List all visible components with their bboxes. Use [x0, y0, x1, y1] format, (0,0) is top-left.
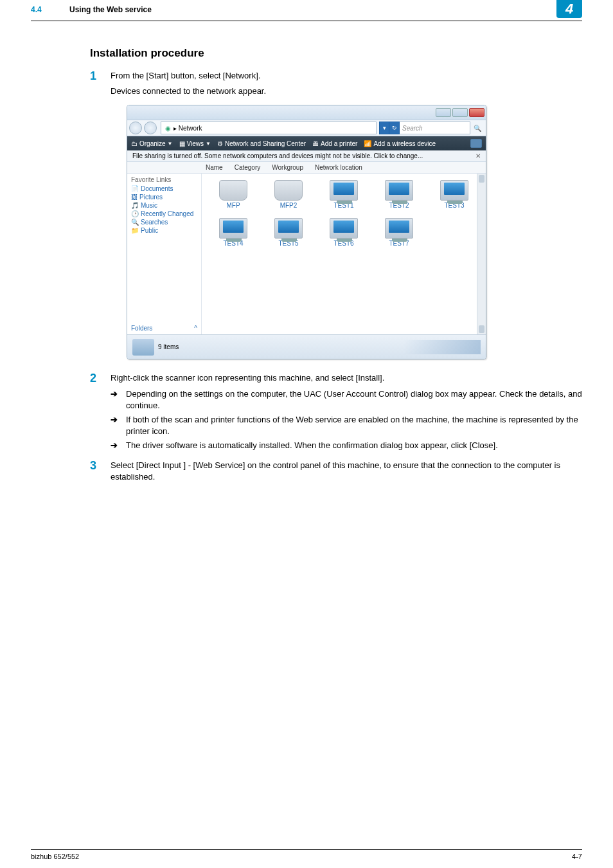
folder-icon: 📄: [131, 185, 139, 192]
music-icon: 🎵: [131, 202, 139, 209]
folders-toggle[interactable]: Folders: [131, 325, 152, 332]
chevron-up-icon[interactable]: ^: [194, 325, 197, 332]
computer-icon: [385, 218, 413, 239]
sidebar-header: Favorite Links: [131, 176, 197, 183]
device-mfp[interactable]: MFP: [211, 180, 256, 209]
search-split-button[interactable]: ↻: [389, 122, 400, 134]
step-number: 2: [90, 372, 111, 384]
help-button[interactable]: [470, 139, 482, 148]
bullet-text: The driver software is automatically ins…: [126, 440, 582, 451]
scroll-up-icon[interactable]: [479, 175, 484, 183]
section-title: Using the Web service: [69, 5, 556, 14]
step-number: 3: [90, 460, 111, 483]
device-mfp2[interactable]: MFP2: [266, 180, 311, 209]
maximize-button[interactable]: [452, 108, 468, 117]
pictures-icon: 🖼: [131, 194, 138, 201]
vertical-scrollbar[interactable]: [477, 174, 486, 334]
step-1-subtext: Devices connected to the network appear.: [111, 86, 582, 97]
status-fade: [404, 340, 481, 354]
window-titlebar: [127, 105, 486, 120]
printer-icon: [219, 180, 247, 201]
close-button[interactable]: [469, 108, 484, 117]
computer-icon: [440, 180, 468, 201]
sidebar-item-documents[interactable]: 📄Documents: [131, 185, 197, 192]
device-test3[interactable]: TEST3: [432, 180, 477, 209]
sidebar-item-public[interactable]: 📁Public: [131, 227, 197, 234]
add-wireless-button[interactable]: 📶Add a wireless device: [364, 140, 436, 147]
device-test5[interactable]: TEST5: [266, 218, 311, 247]
network-window: ◉ ▸ Network ▾ ↻ Search 🔍 🗀Organize▼ ▦Vie…: [127, 105, 486, 359]
arrow-icon: ➔: [111, 414, 126, 437]
sidebar-item-pictures[interactable]: 🖼Pictures: [131, 194, 197, 201]
computer-icon: [274, 218, 303, 239]
device-test6[interactable]: TEST6: [321, 218, 366, 247]
computer-icon: [330, 218, 358, 239]
printer-icon: [274, 180, 303, 201]
nav-forward-button[interactable]: [144, 122, 157, 134]
computer-icon: [385, 180, 413, 201]
search-input[interactable]: Search: [400, 122, 470, 134]
status-icon: [132, 339, 154, 356]
arrow-icon: ➔: [111, 388, 126, 411]
computer-icon: [219, 218, 247, 239]
organize-menu[interactable]: 🗀Organize▼: [131, 140, 173, 147]
refresh-button[interactable]: ▾: [379, 122, 389, 134]
add-printer-button[interactable]: 🖶Add a printer: [312, 140, 357, 147]
step-number: 1: [90, 70, 111, 82]
section-number: 4.4: [31, 5, 69, 14]
bullet-item: ➔ Depending on the settings on the compu…: [111, 388, 582, 411]
col-category[interactable]: Category: [235, 164, 261, 171]
views-menu[interactable]: ▦Views▼: [179, 140, 211, 147]
sidebar-item-music[interactable]: 🎵Music: [131, 202, 197, 209]
info-bar-text: File sharing is turned off. Some network…: [132, 152, 423, 159]
device-test2[interactable]: TEST2: [377, 180, 422, 209]
bullet-item: ➔ If both of the scan and printer functi…: [111, 414, 582, 437]
network-icon: ◉: [165, 125, 171, 132]
search-icon[interactable]: 🔍: [472, 125, 483, 132]
device-test1[interactable]: TEST1: [321, 180, 366, 209]
procedure-title: Installation procedure: [90, 47, 582, 60]
minimize-button[interactable]: [436, 108, 451, 117]
scroll-down-icon[interactable]: [479, 325, 484, 333]
bullet-text: If both of the scan and printer function…: [126, 414, 582, 437]
device-test7[interactable]: TEST7: [377, 218, 422, 247]
step-1: 1 From the [Start] button, select [Netwo…: [90, 70, 582, 82]
step-text: Right-click the scanner icon representin…: [111, 372, 582, 384]
col-workgroup[interactable]: Workgroup: [272, 164, 303, 171]
sidebar: Favorite Links 📄Documents 🖼Pictures 🎵Mus…: [127, 174, 202, 334]
sidebar-item-searches[interactable]: 🔍Searches: [131, 219, 197, 226]
arrow-icon: ➔: [111, 440, 126, 451]
sidebar-item-recent[interactable]: 🕑Recently Changed: [131, 210, 197, 217]
column-headers: Name Category Workgroup Network location: [127, 162, 486, 174]
footer-product: bizhub 652/552: [31, 853, 79, 860]
device-grid: MFP MFP2 TEST1 TEST2 TEST3 TEST4 TEST5 T…: [202, 174, 486, 334]
breadcrumb-label: ▸ Network: [173, 125, 202, 132]
status-text: 9 items: [158, 343, 179, 350]
nav-back-button[interactable]: [129, 122, 142, 134]
toolbar: 🗀Organize▼ ▦Views▼ ⚙Network and Sharing …: [127, 136, 486, 150]
info-bar[interactable]: File sharing is turned off. Some network…: [127, 150, 486, 162]
recent-icon: 🕑: [131, 210, 139, 217]
footer-page: 4-7: [572, 853, 582, 860]
step-text: From the [Start] button, select [Network…: [111, 70, 582, 82]
step-3: 3 Select [Direct Input ] - [Web Service]…: [90, 460, 582, 483]
bullet-item: ➔ The driver software is automatically i…: [111, 440, 582, 451]
status-bar: 9 items: [127, 334, 486, 359]
breadcrumb[interactable]: ◉ ▸ Network: [161, 122, 377, 134]
search-folder-icon: 🔍: [131, 219, 139, 226]
device-test4[interactable]: TEST4: [211, 218, 256, 247]
info-bar-close-icon[interactable]: ✕: [475, 152, 481, 159]
bullet-text: Depending on the settings on the compute…: [126, 388, 582, 411]
chapter-badge: 4: [556, 0, 582, 18]
computer-icon: [330, 180, 358, 201]
public-icon: 📁: [131, 227, 139, 234]
step-2: 2 Right-click the scanner icon represent…: [90, 372, 582, 384]
col-location[interactable]: Network location: [315, 164, 362, 171]
col-name[interactable]: Name: [206, 164, 223, 171]
step-text: Select [Direct Input ] - [Web Service] o…: [111, 460, 582, 483]
network-center-button[interactable]: ⚙Network and Sharing Center: [217, 140, 306, 147]
